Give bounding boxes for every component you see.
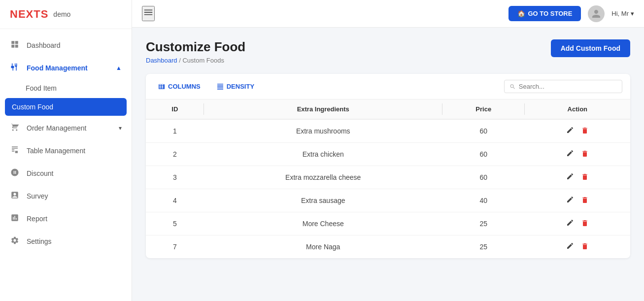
col-header-extra-ingredients: Extra Ingredients [204, 100, 442, 119]
cell-price: 60 [442, 119, 525, 143]
table-row: 7 More Naga 25 [146, 235, 630, 259]
breadcrumb-home[interactable]: Dashboard [146, 57, 177, 64]
columns-button[interactable]: COLUMNS [154, 81, 204, 93]
col-header-price: Price [442, 100, 525, 119]
food-management-expand-icon: ▲ [116, 65, 122, 71]
sidebar-item-food-management-label: Food Management [27, 64, 88, 72]
cell-id: 3 [146, 166, 204, 189]
sidebar-header: NEXTS demo [0, 0, 132, 29]
chevron-down-icon: ▾ [631, 10, 634, 17]
svg-rect-2 [11, 45, 14, 48]
cell-id: 7 [146, 235, 204, 259]
sidebar-item-settings-label: Settings [27, 237, 52, 245]
greeting-text: Hi, Mr [611, 10, 629, 17]
sidebar-item-dashboard[interactable]: Dashboard [0, 34, 132, 57]
edit-button[interactable] [565, 218, 575, 230]
edit-button[interactable] [565, 125, 575, 137]
cell-action [525, 212, 630, 235]
table-row: 4 Extra sausage 40 [146, 189, 630, 212]
sidebar-item-food-item-label: Food Item [26, 84, 57, 92]
cell-price: 25 [442, 212, 525, 235]
topbar: 🏠 GO TO STORE Hi, Mr ▾ [132, 0, 644, 28]
svg-rect-1 [15, 41, 18, 44]
sidebar-item-custom-food[interactable]: Custom Food [5, 98, 127, 116]
sidebar-item-dashboard-label: Dashboard [27, 41, 61, 49]
cell-action [525, 235, 630, 259]
go-to-store-label: GO TO STORE [528, 10, 573, 17]
add-custom-food-button[interactable]: Add Custom Food [551, 39, 630, 57]
page-content: Customize Food Dashboard / Custom Foods … [132, 28, 644, 301]
density-button[interactable]: DENSITY [212, 81, 258, 93]
delete-button[interactable] [580, 172, 590, 183]
delete-button[interactable] [580, 149, 590, 160]
delete-button[interactable] [580, 195, 590, 206]
main-area: 🏠 GO TO STORE Hi, Mr ▾ Customize Food Da… [132, 0, 644, 301]
demo-label: demo [53, 10, 70, 18]
sidebar-item-food-management[interactable]: Food Management ▲ [0, 57, 132, 79]
delete-button[interactable] [580, 241, 590, 253]
page-title: Customize Food [146, 39, 245, 55]
table-row: 1 Extra mushrooms 60 [146, 119, 630, 143]
cell-id: 2 [146, 143, 204, 166]
sidebar-item-survey[interactable]: Survey [0, 185, 132, 207]
sidebar-item-custom-food-label: Custom Food [12, 103, 53, 111]
table-row: 2 Extra chicken 60 [146, 143, 630, 166]
cell-action [525, 189, 630, 212]
sidebar-item-discount[interactable]: Discount [0, 162, 132, 185]
cell-extra-ingredients: More Naga [204, 235, 442, 259]
sidebar-item-food-item[interactable]: Food Item [0, 79, 132, 97]
edit-button[interactable] [565, 241, 575, 253]
menu-toggle-button[interactable] [142, 6, 155, 21]
search-icon [509, 83, 516, 90]
cell-extra-ingredients: More Cheese [204, 212, 442, 235]
sidebar-item-survey-label: Survey [27, 192, 48, 200]
svg-rect-3 [15, 45, 18, 48]
delete-button[interactable] [580, 126, 590, 137]
edit-button[interactable] [565, 148, 575, 160]
edit-button[interactable] [565, 195, 575, 206]
table-card: COLUMNS DENSITY ID Extra Ingredients [146, 74, 630, 258]
edit-button[interactable] [565, 171, 575, 183]
survey-icon [10, 191, 20, 201]
custom-food-table: ID Extra Ingredients Price Action 1 Extr… [146, 100, 630, 258]
sidebar-item-report-label: Report [27, 215, 47, 223]
search-wrapper [504, 80, 622, 93]
col-header-id: ID [146, 100, 204, 119]
avatar [588, 5, 605, 22]
sidebar-item-order-management-label: Order Management [27, 124, 86, 132]
logo: NEXTS [10, 8, 48, 21]
go-to-store-button[interactable]: 🏠 GO TO STORE [508, 6, 581, 21]
col-header-action: Action [525, 100, 630, 119]
delete-button[interactable] [580, 218, 590, 230]
cell-id: 5 [146, 212, 204, 235]
cell-price: 25 [442, 235, 525, 259]
page-title-area: Customize Food Dashboard / Custom Foods [146, 39, 245, 64]
cell-extra-ingredients: Extra mozzarella cheese [204, 166, 442, 189]
table-toolbar: COLUMNS DENSITY [146, 74, 630, 100]
sidebar-item-order-management[interactable]: Order Management ▾ [0, 117, 132, 139]
order-management-icon [10, 123, 20, 134]
sidebar-item-report[interactable]: Report [0, 207, 132, 230]
user-greeting[interactable]: Hi, Mr ▾ [611, 10, 634, 17]
cell-id: 1 [146, 119, 204, 143]
cell-action [525, 166, 630, 189]
sidebar-item-table-management[interactable]: Table Management [0, 139, 132, 162]
page-header: Customize Food Dashboard / Custom Foods … [146, 39, 630, 64]
sidebar: NEXTS demo Dashboard Food Management ▲ F… [0, 0, 132, 301]
cell-extra-ingredients: Extra mushrooms [204, 119, 442, 143]
cell-extra-ingredients: Extra sausage [204, 189, 442, 212]
cell-extra-ingredients: Extra chicken [204, 143, 442, 166]
sidebar-item-settings[interactable]: Settings [0, 230, 132, 253]
table-row: 5 More Cheese 25 [146, 212, 630, 235]
discount-icon [10, 168, 20, 179]
sidebar-item-discount-label: Discount [27, 169, 53, 177]
search-input[interactable] [519, 83, 617, 90]
cell-action [525, 119, 630, 143]
breadcrumb-current: Custom Foods [182, 57, 224, 64]
settings-icon [10, 236, 20, 247]
svg-rect-0 [11, 41, 14, 44]
food-management-icon [10, 63, 20, 73]
breadcrumb-separator: / [177, 57, 183, 64]
table-row: 3 Extra mozzarella cheese 60 [146, 166, 630, 189]
cell-price: 40 [442, 189, 525, 212]
